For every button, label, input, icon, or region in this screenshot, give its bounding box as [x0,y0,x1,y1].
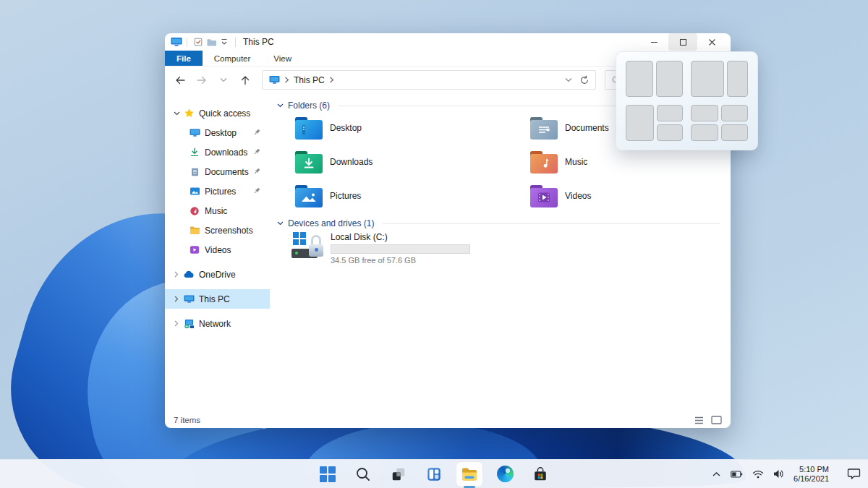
start-button[interactable] [315,462,341,487]
chevron-right-icon[interactable] [284,77,289,83]
folder-tile-videos[interactable]: Videos [530,182,731,210]
chevron-right-icon[interactable] [171,271,182,278]
breadcrumb[interactable]: This PC [294,75,325,85]
chevron-down-icon[interactable] [171,111,182,116]
file-explorer-icon [461,466,478,482]
minimize-button[interactable] [639,33,668,51]
snap-layout-wide-left[interactable] [691,61,748,97]
sidebar-item-videos[interactable]: Videos [165,240,270,260]
snap-layouts-flyout [616,51,758,150]
recent-locations-button[interactable] [214,71,233,90]
refresh-icon[interactable] [579,75,590,85]
devices-group-header[interactable]: Devices and drives (1) [277,218,720,228]
folder-tile-downloads[interactable]: Downloads [295,148,512,176]
windows-logo-icon [320,466,336,482]
folder-icon [188,226,201,235]
snap-layout-left-plus-stack[interactable] [626,105,683,141]
sidebar-item-music[interactable]: Music [165,201,270,221]
task-view-button[interactable] [386,462,412,487]
desktop-folder-icon [295,117,323,140]
microsoft-store-button[interactable] [527,462,553,487]
folder-tile-music[interactable]: Music [530,148,731,176]
back-button[interactable] [171,71,190,90]
tab-file[interactable]: File [165,51,203,66]
desktop: This PC File Computer View [0,0,868,488]
forward-button[interactable] [192,71,211,90]
desktop-icon [188,128,201,137]
video-icon [188,245,201,254]
drive-usage-bar [331,244,470,254]
notification-chat-icon[interactable] [847,468,861,480]
sidebar-item-screenshots[interactable]: Screenshots [165,221,270,240]
battery-icon[interactable] [731,470,743,479]
folder-tile-desktop[interactable]: Desktop [295,114,512,142]
pictures-folder-icon [295,185,323,207]
address-bar[interactable]: This PC [262,70,596,90]
divider [187,38,187,47]
widgets-button[interactable] [421,462,447,487]
maximize-button[interactable] [668,33,697,51]
chevron-right-icon[interactable] [171,320,182,327]
sidebar-item-onedrive[interactable]: OneDrive [165,265,270,284]
bitlocker-lock-icon [309,235,323,257]
onedrive-cloud-icon [182,270,195,278]
taskbar-search-button[interactable] [350,462,376,487]
this-pc-location-icon [269,75,280,85]
clock-date: 6/16/2021 [793,474,829,484]
hidden-icons-chevron[interactable] [712,471,721,477]
volume-icon[interactable] [773,469,784,479]
sidebar-item-documents[interactable]: Documents [165,162,270,181]
edge-icon [497,466,514,482]
clock[interactable]: 5:10 PM 6/16/2021 [793,465,829,484]
download-icon [188,147,201,158]
up-button[interactable] [236,71,255,90]
documents-folder-icon [530,117,558,140]
chevron-right-icon[interactable] [171,296,182,302]
chevron-down-icon[interactable] [277,221,284,226]
folder-label: Documents [565,123,609,133]
sidebar-item-pictures[interactable]: Pictures [165,181,270,201]
chevron-right-icon[interactable] [329,77,334,83]
edge-taskbar-button[interactable] [492,462,518,487]
customize-quick-access-toolbar-button[interactable] [218,35,231,48]
file-explorer-taskbar-button[interactable] [456,462,482,487]
folder-label: Music [565,157,587,167]
music-icon [188,206,201,216]
music-folder-icon [530,151,558,174]
this-pc-icon [182,294,195,304]
drive-tile-local-disk-c[interactable]: Local Disk (C:) 34.5 GB free of 57.6 GB [292,231,470,265]
store-icon [532,466,548,482]
sidebar-item-label: Documents [205,167,249,177]
group-header-label: Folders (6) [288,100,330,111]
properties-button[interactable] [192,35,205,48]
wifi-icon[interactable] [752,470,764,479]
details-view-button[interactable] [694,416,704,424]
large-icons-view-button[interactable] [711,416,722,424]
new-folder-button[interactable] [205,35,218,48]
status-bar: 7 items [165,412,731,428]
sidebar-item-label: Downloads [205,147,247,158]
sidebar-item-label: OneDrive [199,270,236,280]
snap-layout-quadrants[interactable] [691,105,748,141]
drive-name: Local Disk (C:) [331,232,470,242]
local-disk-icon [292,231,325,260]
divider [383,223,720,224]
pictures-icon [188,187,201,196]
tab-computer[interactable]: Computer [203,51,263,66]
sidebar-item-this-pc[interactable]: This PC [165,289,270,309]
address-dropdown-icon[interactable] [565,77,572,82]
window-title: This PC [243,37,274,47]
sidebar-item-network[interactable]: Network [165,314,270,333]
folder-tile-pictures[interactable]: Pictures [295,182,512,210]
this-pc-app-icon [171,37,182,47]
titlebar: This PC [165,33,731,51]
sidebar-item-desktop[interactable]: Desktop [165,123,270,142]
sidebar-item-quick-access[interactable]: Quick access [165,103,270,123]
pin-icon [252,167,261,176]
sidebar-item-downloads[interactable]: Downloads [165,142,270,162]
close-button[interactable] [697,33,726,51]
tab-view[interactable]: View [262,51,303,66]
sidebar-item-label: Screenshots [205,226,253,236]
snap-layout-two-columns[interactable] [626,61,683,97]
chevron-down-icon[interactable] [277,103,284,108]
